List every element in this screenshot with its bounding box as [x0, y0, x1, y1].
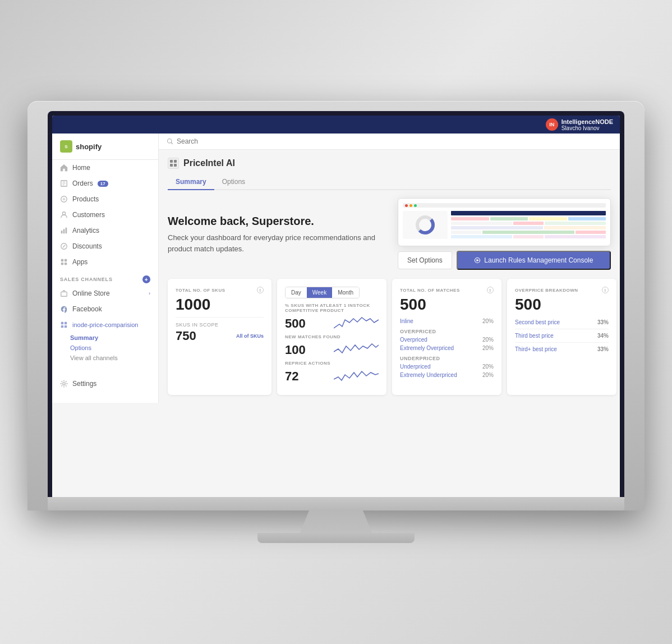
sparkline-skus: [334, 314, 379, 331]
add-channel-button[interactable]: +: [142, 275, 150, 283]
match-underpriced-label[interactable]: Underpriced: [400, 364, 430, 370]
products-icon: [60, 195, 68, 203]
nav-apps[interactable]: Apps: [52, 254, 158, 270]
set-options-button[interactable]: Set Options: [398, 251, 452, 269]
screen: IN IntelligenceNODE Slavcho Ivanov S: [52, 116, 620, 497]
overprice-row-2: Third best price 34%: [515, 330, 609, 341]
overprice-row-3: Third+ best price 33%: [515, 344, 609, 355]
customers-icon: [60, 211, 68, 219]
overprice-info[interactable]: i: [602, 287, 609, 293]
tab-summary[interactable]: Summary: [168, 174, 214, 190]
overprice-row-1: Second best price 33%: [515, 317, 609, 328]
sub-nav-summary[interactable]: Summary: [52, 333, 158, 343]
match-inline-pct: 20%: [482, 318, 494, 324]
nav-analytics-label: Analytics: [72, 227, 99, 234]
skus-in-scope-label: SKUS IN SCOPE: [176, 322, 264, 328]
period-week[interactable]: Week: [307, 287, 332, 298]
launch-button[interactable]: Launch Rules Management Console: [457, 251, 611, 270]
orders-badge: 17: [98, 181, 108, 187]
monitor-neck: [291, 510, 381, 533]
overpriced-category: OVERPRICED: [400, 329, 494, 334]
total-skus-value: 1000: [176, 296, 264, 314]
match-ext-underpriced-label[interactable]: Extremely Underpriced: [400, 372, 457, 378]
hero-subtitle: Check your dashboard for everyday price …: [168, 232, 386, 254]
total-skus-label: TOTAL NO. OF SKUS i: [176, 287, 264, 293]
match-inline-row: Inline 20%: [400, 317, 494, 325]
overprice-label-2[interactable]: Third best price: [515, 333, 554, 339]
total-skus-info[interactable]: i: [257, 287, 264, 293]
period-day[interactable]: Day: [286, 287, 307, 298]
nav-customers-label: Customers: [72, 211, 105, 219]
svg-rect-15: [61, 322, 63, 324]
app-icon: [168, 158, 179, 169]
sales-channels-section: SALES CHANNELS +: [52, 270, 158, 286]
home-icon: [60, 164, 68, 172]
match-overpriced-pct: 20%: [482, 337, 494, 343]
tabs: Summary Options: [168, 174, 611, 190]
overprice-label-3[interactable]: Third+ best price: [515, 346, 557, 352]
donut-chart: [414, 214, 436, 236]
metric-matches-row: 100: [285, 341, 379, 357]
underpriced-category: UNDERPRICED: [400, 356, 494, 361]
period-month[interactable]: Month: [332, 287, 359, 298]
nav-products[interactable]: Products: [52, 191, 158, 207]
overprice-pct-1: 33%: [597, 319, 609, 325]
settings-nav[interactable]: Settings: [52, 380, 158, 388]
nav-analytics[interactable]: Analytics: [52, 223, 158, 238]
search-bar: [159, 134, 620, 150]
sub-nav-all-channels[interactable]: View all channels: [52, 353, 158, 363]
overprice-label-1[interactable]: Second best price: [515, 319, 560, 325]
metric-skus-value: 500: [285, 316, 306, 331]
match-underpriced-row: Underpriced 20%: [400, 362, 494, 371]
overprice-pct-3: 33%: [597, 346, 609, 352]
nav-apps-label: Apps: [72, 258, 88, 266]
svg-point-5: [62, 212, 65, 215]
monitor-bottom: [48, 497, 624, 510]
metric-reprice-row: 72: [285, 367, 379, 384]
metric-matches-value: 100: [285, 343, 306, 357]
nav-orders-label: Orders: [72, 180, 93, 187]
sub-nav-summary-label: Summary: [70, 334, 98, 341]
sub-nav-options-label: Options: [70, 344, 91, 351]
store-icon: [60, 289, 68, 297]
screen-bezel: IN IntelligenceNODE Slavcho Ivanov S: [48, 111, 624, 497]
match-inline-label[interactable]: Inline: [400, 318, 413, 324]
hero-section: Welcome back, Superstore. Check your das…: [168, 198, 611, 270]
svg-rect-6: [61, 231, 63, 233]
monitor: IN IntelligenceNODE Slavcho Ivanov S: [27, 101, 645, 543]
match-ext-overpriced-pct: 20%: [482, 345, 494, 351]
search-input[interactable]: [177, 137, 289, 145]
channel-inode[interactable]: inode-price-comparision: [52, 317, 158, 333]
screenshot-bar: [403, 203, 606, 208]
match-overpriced-row: Overpriced 20%: [400, 335, 494, 344]
nav-orders[interactable]: Orders 17: [52, 176, 158, 191]
matches-label: TOTAL NO. OF MATCHES i: [400, 287, 494, 293]
sidebar: S shopify Home Orders 17: [52, 134, 159, 403]
sub-nav-options[interactable]: Options: [52, 343, 158, 353]
tab-options[interactable]: Options: [214, 174, 253, 190]
sparkline-matches: [334, 341, 379, 357]
hero-screenshot: [398, 198, 611, 246]
hero-text: Welcome back, Superstore. Check your das…: [168, 198, 386, 254]
matches-info[interactable]: i: [487, 287, 494, 293]
monitor-stand: [257, 533, 415, 543]
period-toggle: Day Week Month: [285, 287, 360, 298]
match-ext-overpriced-label[interactable]: Extremely Overpriced: [400, 345, 454, 351]
launch-icon: [474, 257, 481, 264]
match-overpriced-label[interactable]: Overpriced: [400, 337, 427, 343]
metric-reprice-value: 72: [285, 369, 298, 384]
overprice-pct-2: 34%: [597, 333, 609, 339]
search-icon: [167, 138, 173, 145]
channel-facebook-label: Facebook: [72, 305, 102, 313]
channel-online-store[interactable]: Online Store ›: [52, 286, 158, 301]
metric-skus-row: 500: [285, 314, 379, 331]
channel-facebook[interactable]: Facebook: [52, 301, 158, 317]
all-skus-link[interactable]: All of SKUs: [236, 333, 264, 339]
channel-arrow[interactable]: ›: [149, 291, 150, 296]
overprice-card: OVERPRICE BREAKDOWN i 500 Second best pr…: [507, 279, 616, 395]
overprice-value: 500: [515, 296, 609, 314]
nav-discounts[interactable]: Discounts: [52, 238, 158, 254]
nav-home[interactable]: Home: [52, 160, 158, 176]
nav-customers[interactable]: Customers: [52, 207, 158, 223]
sparkline-reprice: [334, 367, 379, 384]
